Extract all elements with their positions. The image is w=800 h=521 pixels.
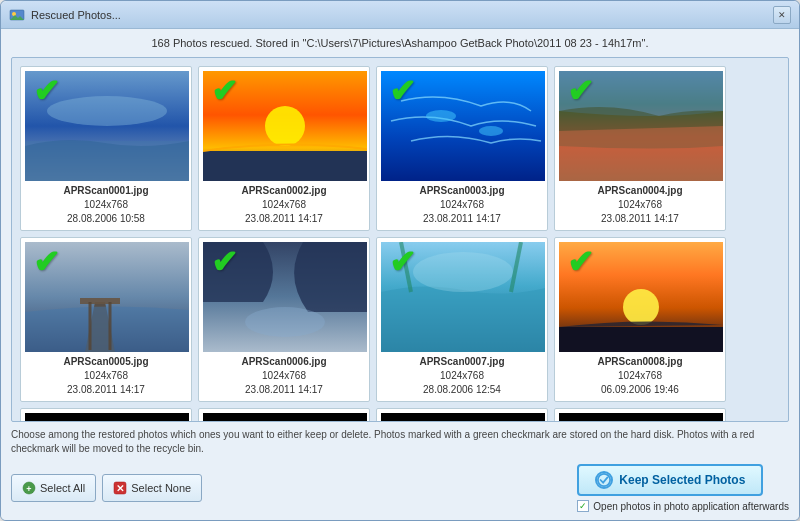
photo-date: 28.08.2006 12:54 (381, 383, 543, 397)
photo-card[interactable]: ✔APRScan0011.jpg 1024x768 23.08.2011 14:… (376, 408, 548, 421)
rescued-info-text: 168 Photos rescued. Stored in "C:\Users\… (11, 37, 789, 49)
photo-date: 23.08.2011 14:17 (203, 383, 365, 397)
photo-size: 1024x768 (381, 198, 543, 212)
photo-date: 23.08.2011 14:17 (381, 212, 543, 226)
photo-date: 23.08.2011 14:17 (559, 212, 721, 226)
main-window: Rescued Photos... ✕ 168 Photos rescued. … (0, 0, 800, 521)
svg-point-7 (265, 106, 305, 146)
svg-rect-23 (559, 327, 723, 352)
select-all-icon: + (22, 481, 36, 495)
title-bar: Rescued Photos... ✕ (1, 1, 799, 29)
photo-card[interactable]: ✔APRScan0004.jpg 1024x768 23.08.2011 14:… (554, 66, 726, 231)
photo-thumbnail: ✔ (25, 71, 189, 181)
photo-info: APRScan0007.jpg 1024x768 28.08.2006 12:5… (381, 352, 543, 397)
svg-point-22 (623, 289, 659, 325)
svg-point-20 (413, 252, 513, 292)
action-buttons: + Select All ✕ Select None (11, 464, 789, 512)
photo-date: 23.08.2011 14:17 (203, 212, 365, 226)
open-after-checkbox[interactable]: ✓ (577, 500, 589, 512)
main-content: 168 Photos rescued. Stored in "C:\Users\… (1, 29, 799, 520)
photo-thumbnail: ✔ (203, 242, 367, 352)
photo-thumbnail: ✔ (25, 242, 189, 352)
checkmark-icon: ✔ (567, 75, 594, 107)
svg-point-11 (479, 126, 503, 136)
photo-card[interactable]: ✔APRScan0006.jpg 1024x768 23.08.2011 14:… (198, 237, 370, 402)
photo-thumbnail: ✔ (381, 71, 545, 181)
svg-text:+: + (26, 484, 31, 494)
instruction-text: Choose among the restored photos which o… (11, 428, 789, 456)
close-button[interactable]: ✕ (773, 6, 791, 24)
select-none-icon: ✕ (113, 481, 127, 495)
photo-grid-container: ✔APRScan0001.jpg 1024x768 28.08.2006 10:… (11, 57, 789, 422)
photo-thumbnail: ✔ (559, 71, 723, 181)
checkmark-icon: ✔ (211, 417, 238, 421)
photo-info: APRScan0005.jpg 1024x768 23.08.2011 14:1… (25, 352, 187, 397)
photo-name: APRScan0007.jpg (381, 355, 543, 369)
photo-size: 1024x768 (559, 198, 721, 212)
photo-date: 06.09.2006 19:46 (559, 383, 721, 397)
photo-size: 1024x768 (25, 198, 187, 212)
photo-grid-scroll[interactable]: ✔APRScan0001.jpg 1024x768 28.08.2006 10:… (12, 58, 788, 421)
photo-card[interactable]: ✔APRScan0003.jpg 1024x768 23.08.2011 14:… (376, 66, 548, 231)
checkmark-icon: ✔ (567, 246, 594, 278)
select-all-label: Select All (40, 482, 85, 494)
keep-area: Keep Selected Photos ✓ Open photos in ph… (577, 464, 789, 512)
photo-name: APRScan0008.jpg (559, 355, 721, 369)
photo-info: APRScan0006.jpg 1024x768 23.08.2011 14:1… (203, 352, 365, 397)
photo-card[interactable]: ✔APRScan0005.jpg 1024x768 23.08.2011 14:… (20, 237, 192, 402)
checkmark-icon: ✔ (33, 417, 60, 421)
photo-name: APRScan0003.jpg (381, 184, 543, 198)
photo-card[interactable]: ✔APRScan0012.jpg 1024x768 23.08.2011 14:… (554, 408, 726, 421)
photo-name: APRScan0004.jpg (559, 184, 721, 198)
photo-name: APRScan0005.jpg (25, 355, 187, 369)
photo-thumbnail: ✔ (559, 242, 723, 352)
photo-name: APRScan0001.jpg (25, 184, 187, 198)
checkmark-icon: ✔ (33, 75, 60, 107)
photo-card[interactable]: ✔APRScan0001.jpg 1024x768 28.08.2006 10:… (20, 66, 192, 231)
keep-selected-label: Keep Selected Photos (619, 473, 745, 487)
photo-name: APRScan0002.jpg (203, 184, 365, 198)
title-bar-left: Rescued Photos... (9, 7, 121, 23)
svg-text:✕: ✕ (116, 483, 124, 494)
checkmark-icon: ✔ (211, 75, 238, 107)
window-title: Rescued Photos... (31, 9, 121, 21)
photo-thumbnail: ✔ (203, 413, 367, 421)
photo-thumbnail: ✔ (25, 413, 189, 421)
keep-selected-button[interactable]: Keep Selected Photos (577, 464, 763, 496)
select-none-button[interactable]: ✕ Select None (102, 474, 202, 502)
photo-size: 1024x768 (203, 369, 365, 383)
svg-point-10 (426, 110, 456, 122)
photo-thumbnail: ✔ (559, 413, 723, 421)
svg-rect-8 (203, 151, 367, 181)
photo-size: 1024x768 (203, 198, 365, 212)
photo-date: 28.08.2006 10:58 (25, 212, 187, 226)
svg-point-18 (245, 307, 325, 337)
photo-size: 1024x768 (381, 369, 543, 383)
photo-card[interactable]: ✔APRScan0009.jpg 1024x768 23.08.2011 14:… (20, 408, 192, 421)
open-after-label: Open photos in photo application afterwa… (593, 501, 789, 512)
checkmark-icon: ✔ (211, 246, 238, 278)
svg-point-4 (47, 96, 167, 126)
photo-thumbnail: ✔ (381, 242, 545, 352)
select-none-label: Select None (131, 482, 191, 494)
photo-card[interactable]: ✔APRScan0010.jpg 1024x768 23.08.2011 14:… (198, 408, 370, 421)
checkmark-icon: ✔ (389, 417, 416, 421)
photo-info: APRScan0002.jpg 1024x768 23.08.2011 14:1… (203, 181, 365, 226)
checkmark-icon: ✔ (389, 75, 416, 107)
app-icon (9, 7, 25, 23)
photo-info: APRScan0008.jpg 1024x768 06.09.2006 19:4… (559, 352, 721, 397)
photo-card[interactable]: ✔APRScan0008.jpg 1024x768 06.09.2006 19:… (554, 237, 726, 402)
photo-info: APRScan0003.jpg 1024x768 23.08.2011 14:1… (381, 181, 543, 226)
photo-name: APRScan0006.jpg (203, 355, 365, 369)
select-all-button[interactable]: + Select All (11, 474, 96, 502)
photo-size: 1024x768 (25, 369, 187, 383)
photo-thumbnail: ✔ (203, 71, 367, 181)
svg-rect-14 (80, 298, 120, 304)
photo-card[interactable]: ✔APRScan0007.jpg 1024x768 28.08.2006 12:… (376, 237, 548, 402)
photo-info: APRScan0001.jpg 1024x768 28.08.2006 10:5… (25, 181, 187, 226)
open-after-row[interactable]: ✓ Open photos in photo application after… (577, 500, 789, 512)
checkmark-icon: ✔ (567, 417, 594, 421)
photo-card[interactable]: ✔APRScan0002.jpg 1024x768 23.08.2011 14:… (198, 66, 370, 231)
title-buttons: ✕ (773, 6, 791, 24)
checkmark-icon: ✔ (389, 246, 416, 278)
